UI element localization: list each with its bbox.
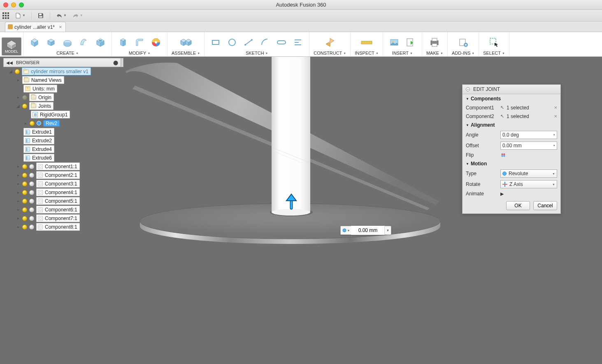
cancel-button[interactable]: Cancel bbox=[533, 201, 557, 210]
decal-icon[interactable] bbox=[387, 35, 401, 49]
select-menu[interactable]: SELECT▼ bbox=[483, 51, 505, 56]
play-button[interactable]: ▶ bbox=[500, 191, 504, 197]
minimize-window-button[interactable] bbox=[11, 2, 16, 7]
panel-title[interactable]: EDIT JOINT bbox=[463, 85, 560, 94]
tree-component5[interactable]: ▸Component5:1 bbox=[3, 197, 121, 205]
workspace-switcher[interactable]: MODEL bbox=[2, 37, 21, 56]
slot-icon[interactable] bbox=[274, 35, 288, 49]
tree-component1[interactable]: ▸Component1:1 bbox=[3, 162, 121, 171]
extrude-icon[interactable] bbox=[44, 35, 58, 49]
picker-icon[interactable]: ↖ bbox=[500, 105, 504, 110]
svg-rect-17 bbox=[432, 44, 437, 46]
clear-selection-button[interactable]: × bbox=[554, 104, 557, 111]
section-alignment[interactable]: Alignment bbox=[463, 121, 560, 130]
dimension-type-icon[interactable]: ▼ bbox=[341, 226, 351, 234]
collapse-icon[interactable] bbox=[466, 87, 470, 91]
press-pull-icon[interactable] bbox=[116, 35, 130, 49]
section-components[interactable]: Components bbox=[463, 94, 560, 103]
inspect-menu[interactable]: INSPECT▼ bbox=[355, 51, 379, 56]
make-menu[interactable]: MAKE▼ bbox=[426, 51, 443, 56]
tree-extrude6[interactable]: Extrude6 bbox=[3, 153, 121, 162]
maximize-window-button[interactable] bbox=[19, 2, 24, 7]
tree-component2[interactable]: ▸Component2:1 bbox=[3, 171, 121, 179]
type-select[interactable]: Revolute▼ bbox=[500, 169, 557, 178]
tree-extrude2[interactable]: Extrude2 bbox=[3, 136, 121, 145]
row-angle: Angle 0.0 deg▾ bbox=[463, 130, 560, 140]
dimension-input[interactable]: ▼ ▼ bbox=[340, 226, 391, 235]
save-button[interactable] bbox=[37, 12, 44, 19]
row-offset: Offset 0.00 mm▾ bbox=[463, 140, 560, 151]
insert-icon[interactable] bbox=[404, 35, 418, 49]
revolute-icon bbox=[502, 172, 507, 176]
sketch-menu[interactable]: SKETCH▼ bbox=[246, 51, 268, 56]
dimension-value-input[interactable] bbox=[351, 226, 384, 234]
clear-selection-button[interactable]: × bbox=[554, 113, 557, 119]
create-menu[interactable]: CREATE▼ bbox=[56, 51, 79, 56]
tree-rigidgroup[interactable]: ⊞RigidGroup1 bbox=[3, 110, 121, 119]
redo-button[interactable]: ▼ bbox=[72, 13, 83, 19]
tree-component6[interactable]: ▸Component6:1 bbox=[3, 205, 121, 214]
section-motion[interactable]: Motion bbox=[463, 159, 560, 168]
tree-rev2[interactable]: ▸ Rev2 bbox=[3, 119, 121, 128]
dimension-dropdown[interactable]: ▼ bbox=[384, 226, 391, 234]
svg-rect-6 bbox=[212, 40, 219, 44]
pin-icon[interactable]: ⬤ bbox=[113, 60, 118, 65]
row-component1: Component1 ↖1 selected× bbox=[463, 103, 560, 112]
data-panel-button[interactable] bbox=[2, 12, 9, 19]
tree-root[interactable]: ◢ cylinder mirrors smaller v1 bbox=[3, 67, 121, 76]
rotate-select[interactable]: Z Axis▼ bbox=[500, 180, 557, 188]
resize-handle[interactable] bbox=[121, 58, 123, 67]
document-tab[interactable]: cylinder ...aller v1* × bbox=[5, 22, 66, 32]
undo-button[interactable]: ▼ bbox=[56, 13, 67, 19]
ribbon-toolbar: MODEL CREATE▼ MODIFY▼ ASSEMBLE▼ bbox=[0, 32, 602, 57]
svg-rect-0 bbox=[39, 14, 42, 15]
insert-menu[interactable]: INSERT▼ bbox=[392, 51, 413, 56]
tree-origin[interactable]: ▸ Origin bbox=[3, 93, 121, 102]
svg-point-20 bbox=[465, 44, 467, 46]
print-icon[interactable] bbox=[428, 35, 442, 49]
assemble-menu[interactable]: ASSEMBLE▼ bbox=[172, 51, 200, 56]
tree-units[interactable]: Units: mm bbox=[3, 84, 121, 93]
joint-icon[interactable] bbox=[179, 35, 193, 49]
construct-menu[interactable]: CONSTRUCT▼ bbox=[314, 51, 346, 56]
collapse-left-icon[interactable]: ◀◀ bbox=[6, 60, 13, 65]
browser-header[interactable]: ◀◀ BROWSER ⬤ bbox=[3, 58, 121, 67]
tree-joints[interactable]: ◢ Joints bbox=[3, 102, 121, 110]
select-icon[interactable] bbox=[487, 35, 501, 49]
ok-button[interactable]: OK bbox=[506, 201, 530, 210]
hole-icon[interactable] bbox=[93, 35, 107, 49]
addins-icon[interactable] bbox=[456, 35, 470, 49]
document-tabs: cylinder ...aller v1* × bbox=[0, 21, 602, 32]
new-component-icon[interactable] bbox=[28, 35, 42, 49]
tree-component3[interactable]: ▸Component3:1 bbox=[3, 179, 121, 188]
circle-icon[interactable] bbox=[225, 35, 239, 49]
sweep-icon[interactable] bbox=[77, 35, 91, 49]
appearance-icon[interactable] bbox=[149, 35, 163, 49]
tree-extrude4[interactable]: Extrude4 bbox=[3, 145, 121, 153]
trim-icon[interactable] bbox=[291, 35, 305, 49]
construct-plane-icon[interactable] bbox=[323, 35, 337, 49]
tree-extrude1[interactable]: Extrude1 bbox=[3, 128, 121, 136]
close-tab-button[interactable]: × bbox=[59, 24, 62, 30]
flip-button[interactable] bbox=[500, 152, 506, 158]
edit-joint-panel: EDIT JOINT Components Component1 ↖1 sele… bbox=[462, 84, 561, 214]
tree-component4[interactable]: ▸Component4:1 bbox=[3, 188, 121, 197]
angle-input[interactable]: 0.0 deg▾ bbox=[500, 131, 557, 139]
tree-component8[interactable]: ▸Component8:1 bbox=[3, 223, 121, 231]
addins-menu[interactable]: ADD-INS▼ bbox=[452, 51, 474, 56]
tree-component7[interactable]: ▸Component7:1 bbox=[3, 214, 121, 223]
measure-icon[interactable] bbox=[360, 35, 374, 49]
arc-icon[interactable] bbox=[258, 35, 272, 49]
rect-icon[interactable] bbox=[209, 35, 223, 49]
picker-icon[interactable]: ↖ bbox=[500, 114, 504, 119]
revolve-icon[interactable] bbox=[60, 35, 74, 49]
row-component2: Component2 ↖1 selected× bbox=[463, 112, 560, 121]
fillet-icon[interactable] bbox=[132, 35, 146, 49]
close-window-button[interactable] bbox=[3, 2, 8, 7]
tree-named-views[interactable]: ▸ Named Views bbox=[3, 76, 121, 84]
line-icon[interactable] bbox=[242, 35, 256, 49]
modify-menu[interactable]: MODIFY▼ bbox=[129, 51, 151, 56]
offset-input[interactable]: 0.00 mm▾ bbox=[500, 141, 557, 150]
svg-rect-29 bbox=[24, 69, 26, 70]
file-menu[interactable]: ▼ bbox=[15, 12, 26, 19]
